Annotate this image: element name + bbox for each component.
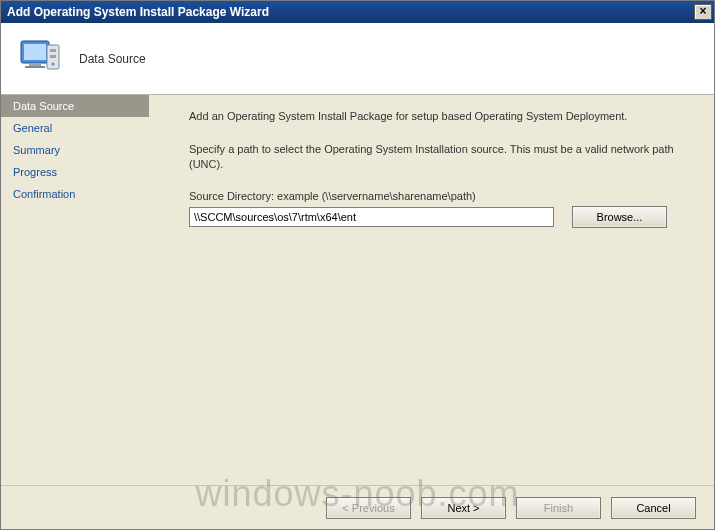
svg-rect-6 <box>50 55 56 58</box>
wizard-steps-sidebar: Data Source General Summary Progress Con… <box>1 95 149 485</box>
svg-rect-5 <box>50 49 56 52</box>
sidebar-item-label: Data Source <box>13 100 74 112</box>
sidebar-item-summary[interactable]: Summary <box>1 139 149 161</box>
previous-button-label: < Previous <box>342 502 394 514</box>
source-directory-label: Source Directory: example (\\servername\… <box>189 190 694 202</box>
svg-rect-2 <box>29 63 41 66</box>
instruction-text: Specify a path to select the Operating S… <box>189 142 694 172</box>
page-title: Data Source <box>79 52 146 66</box>
previous-button: < Previous <box>326 497 411 519</box>
sidebar-item-general[interactable]: General <box>1 117 149 139</box>
sidebar-item-data-source[interactable]: Data Source <box>1 95 149 117</box>
svg-rect-3 <box>25 66 45 68</box>
sidebar-item-label: Progress <box>13 166 57 178</box>
finish-button: Finish <box>516 497 601 519</box>
wizard-button-bar: < Previous Next > Finish Cancel <box>1 485 714 529</box>
window-title: Add Operating System Install Package Wiz… <box>7 5 269 19</box>
browse-button[interactable]: Browse... <box>572 206 667 228</box>
cancel-button[interactable]: Cancel <box>611 497 696 519</box>
next-button[interactable]: Next > <box>421 497 506 519</box>
close-button[interactable]: × <box>694 4 712 20</box>
wizard-window: Add Operating System Install Package Wiz… <box>0 0 715 530</box>
svg-point-7 <box>52 62 55 65</box>
svg-rect-1 <box>24 44 46 60</box>
intro-text: Add an Operating System Install Package … <box>189 109 694 124</box>
close-icon: × <box>699 4 706 18</box>
content-pane: Add an Operating System Install Package … <box>149 95 714 485</box>
computer-icon <box>17 35 65 83</box>
browse-button-label: Browse... <box>597 211 643 223</box>
sidebar-item-label: Confirmation <box>13 188 75 200</box>
banner: Data Source <box>1 23 714 95</box>
next-button-label: Next > <box>447 502 479 514</box>
source-path-row: Browse... <box>189 206 694 228</box>
sidebar-item-label: Summary <box>13 144 60 156</box>
titlebar: Add Operating System Install Package Wiz… <box>1 1 714 23</box>
sidebar-item-progress[interactable]: Progress <box>1 161 149 183</box>
sidebar-item-confirmation[interactable]: Confirmation <box>1 183 149 205</box>
body-area: Data Source General Summary Progress Con… <box>1 95 714 485</box>
finish-button-label: Finish <box>544 502 573 514</box>
cancel-button-label: Cancel <box>636 502 670 514</box>
source-directory-input[interactable] <box>189 207 554 227</box>
sidebar-item-label: General <box>13 122 52 134</box>
